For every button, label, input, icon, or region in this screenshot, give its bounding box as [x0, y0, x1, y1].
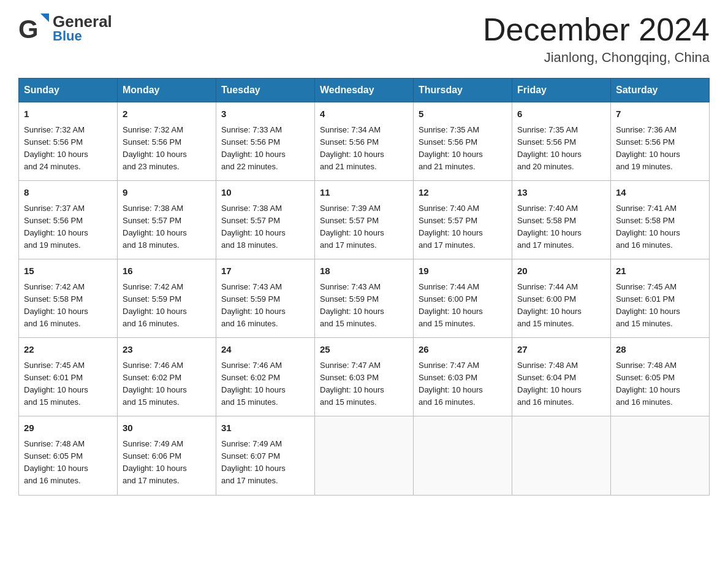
col-tuesday: Tuesday: [216, 79, 315, 102]
table-row: [315, 416, 414, 495]
day-info: Sunrise: 7:43 AMSunset: 5:59 PMDaylight:…: [221, 281, 309, 331]
day-number: 27: [517, 343, 605, 357]
table-row: 21Sunrise: 7:45 AMSunset: 6:01 PMDayligh…: [611, 259, 710, 338]
day-info: Sunrise: 7:32 AMSunset: 5:56 PMDaylight:…: [24, 124, 112, 174]
table-row: 20Sunrise: 7:44 AMSunset: 6:00 PMDayligh…: [512, 259, 611, 338]
table-row: 31Sunrise: 7:49 AMSunset: 6:07 PMDayligh…: [216, 416, 315, 495]
table-row: 25Sunrise: 7:47 AMSunset: 6:03 PMDayligh…: [315, 338, 414, 416]
table-row: 7Sunrise: 7:36 AMSunset: 5:56 PMDaylight…: [611, 102, 710, 181]
day-number: 28: [616, 343, 704, 357]
table-row: 30Sunrise: 7:49 AMSunset: 6:06 PMDayligh…: [118, 416, 216, 495]
logo-blue-text: Blue: [53, 29, 112, 43]
day-info: Sunrise: 7:47 AMSunset: 6:03 PMDaylight:…: [320, 359, 408, 409]
day-number: 25: [320, 343, 408, 357]
table-row: 29Sunrise: 7:48 AMSunset: 6:05 PMDayligh…: [19, 416, 118, 495]
day-number: 31: [221, 421, 309, 435]
calendar-week-row: 29Sunrise: 7:48 AMSunset: 6:05 PMDayligh…: [19, 416, 710, 495]
day-info: Sunrise: 7:38 AMSunset: 5:57 PMDaylight:…: [221, 202, 309, 252]
day-info: Sunrise: 7:42 AMSunset: 5:58 PMDaylight:…: [24, 281, 112, 331]
logo: G General Blue: [18, 12, 112, 44]
day-number: 20: [517, 264, 605, 278]
day-number: 26: [419, 343, 507, 357]
title-area: December 2024 Jianlong, Chongqing, China: [483, 12, 710, 66]
table-row: 17Sunrise: 7:43 AMSunset: 5:59 PMDayligh…: [216, 259, 315, 338]
weekday-header-row: Sunday Monday Tuesday Wednesday Thursday…: [19, 79, 710, 102]
day-info: Sunrise: 7:40 AMSunset: 5:57 PMDaylight:…: [419, 202, 507, 252]
day-number: 11: [320, 186, 408, 200]
day-info: Sunrise: 7:44 AMSunset: 6:00 PMDaylight:…: [419, 281, 507, 331]
table-row: 22Sunrise: 7:45 AMSunset: 6:01 PMDayligh…: [19, 338, 118, 416]
calendar-subtitle: Jianlong, Chongqing, China: [483, 50, 710, 66]
day-info: Sunrise: 7:33 AMSunset: 5:56 PMDaylight:…: [221, 124, 309, 174]
col-wednesday: Wednesday: [315, 79, 414, 102]
table-row: 14Sunrise: 7:41 AMSunset: 5:58 PMDayligh…: [611, 181, 710, 259]
day-info: Sunrise: 7:34 AMSunset: 5:56 PMDaylight:…: [320, 124, 408, 174]
logo-general-text: General: [53, 13, 112, 30]
table-row: 2Sunrise: 7:32 AMSunset: 5:56 PMDaylight…: [118, 102, 216, 181]
day-number: 24: [221, 343, 309, 357]
table-row: 8Sunrise: 7:37 AMSunset: 5:56 PMDaylight…: [19, 181, 118, 259]
day-info: Sunrise: 7:48 AMSunset: 6:05 PMDaylight:…: [24, 438, 112, 488]
day-number: 12: [419, 186, 507, 200]
day-info: Sunrise: 7:48 AMSunset: 6:05 PMDaylight:…: [616, 359, 704, 409]
day-info: Sunrise: 7:49 AMSunset: 6:07 PMDaylight:…: [221, 438, 309, 488]
day-info: Sunrise: 7:43 AMSunset: 5:59 PMDaylight:…: [320, 281, 408, 331]
day-info: Sunrise: 7:47 AMSunset: 6:03 PMDaylight:…: [419, 359, 507, 409]
day-number: 17: [221, 264, 309, 278]
day-number: 6: [517, 107, 605, 121]
day-number: 30: [123, 421, 211, 435]
calendar-week-row: 15Sunrise: 7:42 AMSunset: 5:58 PMDayligh…: [19, 259, 710, 338]
day-number: 4: [320, 107, 408, 121]
table-row: 6Sunrise: 7:35 AMSunset: 5:56 PMDaylight…: [512, 102, 611, 181]
col-saturday: Saturday: [611, 79, 710, 102]
table-row: [512, 416, 611, 495]
day-info: Sunrise: 7:45 AMSunset: 6:01 PMDaylight:…: [24, 359, 112, 409]
day-info: Sunrise: 7:39 AMSunset: 5:57 PMDaylight:…: [320, 202, 408, 252]
table-row: 28Sunrise: 7:48 AMSunset: 6:05 PMDayligh…: [611, 338, 710, 416]
day-info: Sunrise: 7:38 AMSunset: 5:57 PMDaylight:…: [123, 202, 211, 252]
table-row: 4Sunrise: 7:34 AMSunset: 5:56 PMDaylight…: [315, 102, 414, 181]
day-info: Sunrise: 7:35 AMSunset: 5:56 PMDaylight:…: [517, 124, 605, 174]
logo-graphic: G: [18, 12, 50, 44]
day-number: 22: [24, 343, 112, 357]
day-info: Sunrise: 7:41 AMSunset: 5:58 PMDaylight:…: [616, 202, 704, 252]
day-number: 23: [123, 343, 211, 357]
table-row: 13Sunrise: 7:40 AMSunset: 5:58 PMDayligh…: [512, 181, 611, 259]
col-monday: Monday: [118, 79, 216, 102]
table-row: 23Sunrise: 7:46 AMSunset: 6:02 PMDayligh…: [118, 338, 216, 416]
table-row: 3Sunrise: 7:33 AMSunset: 5:56 PMDaylight…: [216, 102, 315, 181]
table-row: 9Sunrise: 7:38 AMSunset: 5:57 PMDaylight…: [118, 181, 216, 259]
day-number: 9: [123, 186, 211, 200]
day-info: Sunrise: 7:49 AMSunset: 6:06 PMDaylight:…: [123, 438, 211, 488]
day-info: Sunrise: 7:44 AMSunset: 6:00 PMDaylight:…: [517, 281, 605, 331]
table-row: 15Sunrise: 7:42 AMSunset: 5:58 PMDayligh…: [19, 259, 118, 338]
day-number: 2: [123, 107, 211, 121]
col-thursday: Thursday: [414, 79, 512, 102]
table-row: 26Sunrise: 7:47 AMSunset: 6:03 PMDayligh…: [414, 338, 512, 416]
day-number: 8: [24, 186, 112, 200]
day-number: 15: [24, 264, 112, 278]
day-number: 16: [123, 264, 211, 278]
calendar-week-row: 8Sunrise: 7:37 AMSunset: 5:56 PMDaylight…: [19, 181, 710, 259]
svg-marker-1: [40, 13, 49, 22]
table-row: 24Sunrise: 7:46 AMSunset: 6:02 PMDayligh…: [216, 338, 315, 416]
day-info: Sunrise: 7:37 AMSunset: 5:56 PMDaylight:…: [24, 202, 112, 252]
page-header: G General Blue December 2024 Jianlong, C…: [18, 12, 710, 66]
day-info: Sunrise: 7:46 AMSunset: 6:02 PMDaylight:…: [221, 359, 309, 409]
day-number: 10: [221, 186, 309, 200]
day-number: 19: [419, 264, 507, 278]
day-number: 1: [24, 107, 112, 121]
table-row: 19Sunrise: 7:44 AMSunset: 6:00 PMDayligh…: [414, 259, 512, 338]
day-info: Sunrise: 7:40 AMSunset: 5:58 PMDaylight:…: [517, 202, 605, 252]
day-number: 18: [320, 264, 408, 278]
day-info: Sunrise: 7:42 AMSunset: 5:59 PMDaylight:…: [123, 281, 211, 331]
table-row: 5Sunrise: 7:35 AMSunset: 5:56 PMDaylight…: [414, 102, 512, 181]
col-sunday: Sunday: [19, 79, 118, 102]
table-row: 12Sunrise: 7:40 AMSunset: 5:57 PMDayligh…: [414, 181, 512, 259]
table-row: 11Sunrise: 7:39 AMSunset: 5:57 PMDayligh…: [315, 181, 414, 259]
day-number: 3: [221, 107, 309, 121]
table-row: [611, 416, 710, 495]
calendar-week-row: 1Sunrise: 7:32 AMSunset: 5:56 PMDaylight…: [19, 102, 710, 181]
day-number: 5: [419, 107, 507, 121]
table-row: 16Sunrise: 7:42 AMSunset: 5:59 PMDayligh…: [118, 259, 216, 338]
